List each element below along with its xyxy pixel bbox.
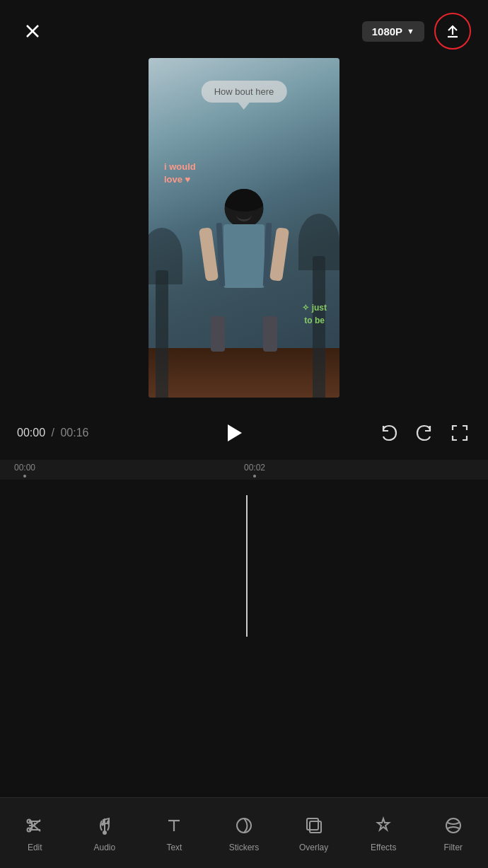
tree-left	[156, 270, 168, 398]
track-area: Mute Cover justto be justto be jus	[0, 495, 488, 679]
timeline-dot-1	[23, 475, 26, 478]
edit-label: Edit	[28, 843, 42, 852]
playhead	[246, 495, 248, 637]
timeline-markers: 00:00 00:02	[0, 463, 488, 478]
timeline-mark-0: 00:00	[14, 463, 35, 478]
filter-icon	[442, 814, 465, 837]
svg-rect-20	[310, 821, 321, 833]
close-button[interactable]	[17, 16, 48, 47]
video-background: How bout here i would love	[149, 58, 339, 398]
nav-item-edit[interactable]: Edit	[0, 814, 70, 852]
svg-point-22	[446, 818, 460, 833]
speech-bubble: How bout here	[202, 81, 287, 103]
time-separator: /	[52, 427, 54, 439]
nav-item-effects[interactable]: Effects	[349, 814, 419, 852]
text-label: Text	[166, 843, 182, 852]
resolution-button[interactable]: 1080P ▼	[362, 21, 424, 42]
svg-point-18	[237, 818, 251, 833]
undo-button[interactable]	[378, 422, 400, 444]
play-button[interactable]	[218, 417, 249, 449]
nav-item-overlay[interactable]: Overlay	[279, 814, 349, 852]
audio-label: Audio	[94, 843, 116, 852]
stickers-icon	[233, 814, 255, 837]
nav-item-stickers[interactable]: Stickers	[209, 814, 279, 852]
nav-item-audio[interactable]: Audio	[70, 814, 140, 852]
bottom-navigation: Edit Audio Text	[0, 797, 488, 868]
time-display: 00:00 / 00:16	[17, 427, 88, 439]
total-time: 00:16	[60, 427, 88, 439]
header-right: 1080P ▼	[362, 13, 471, 50]
nav-item-filter[interactable]: Filter	[418, 814, 488, 852]
playback-controls: 00:00 / 00:16	[0, 417, 488, 449]
character	[198, 189, 290, 352]
timeline-dot-2	[253, 475, 256, 478]
nav-item-text[interactable]: Text	[139, 814, 209, 852]
timeline-mark-2: 00:02	[244, 463, 265, 478]
video-preview: How bout here i would love	[149, 58, 339, 398]
overlay-text-2: ✧ just to be	[302, 301, 327, 327]
tree-right	[313, 256, 325, 398]
overlay-text-1: i would love ♥	[164, 161, 196, 186]
svg-rect-19	[307, 818, 318, 830]
overlay-label: Overlay	[299, 843, 328, 852]
effects-label: Effects	[371, 843, 396, 852]
chevron-down-icon: ▼	[407, 27, 414, 35]
header: 1080P ▼	[0, 0, 488, 62]
control-buttons-right	[378, 422, 471, 444]
text-icon	[163, 814, 185, 837]
redo-button[interactable]	[413, 422, 436, 444]
audio-icon	[93, 814, 116, 837]
current-time: 00:00	[17, 427, 45, 439]
resolution-label: 1080P	[372, 25, 402, 37]
fullscreen-button[interactable]	[448, 422, 471, 444]
edit-icon	[23, 814, 46, 837]
timeline-bar[interactable]: 00:00 00:02	[0, 460, 488, 480]
effects-icon	[372, 814, 395, 837]
svg-marker-21	[378, 818, 389, 830]
upload-button[interactable]	[434, 13, 471, 50]
floor	[149, 348, 339, 398]
filter-label: Filter	[443, 843, 463, 852]
svg-marker-4	[228, 424, 242, 441]
overlay-icon	[303, 814, 325, 837]
stickers-label: Stickers	[229, 843, 260, 852]
